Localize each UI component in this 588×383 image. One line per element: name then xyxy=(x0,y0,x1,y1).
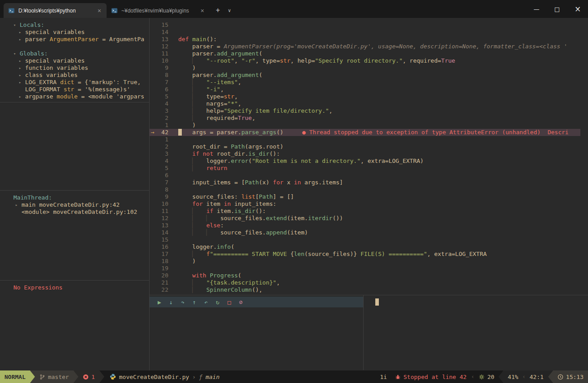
code-token xyxy=(178,93,192,100)
sign-column xyxy=(150,64,157,72)
code-line[interactable]: 15 xyxy=(150,236,580,243)
code-line[interactable]: 3 ▏ help="Specify item file/directory.", xyxy=(150,107,580,115)
code-line[interactable]: 10 ▏ "--root", "-r", type=str, help="Spe… xyxy=(150,57,580,64)
code-line[interactable]: 12 parser = ArgumentParser(prog='moveCre… xyxy=(150,43,580,50)
thin-separator: ‹ xyxy=(522,374,526,380)
expand-arrow-icon: ▸ xyxy=(15,201,21,209)
code-line[interactable]: 3 if not root_dir.is_dir(): xyxy=(150,150,580,157)
variable-row[interactable]: ▸special variables xyxy=(0,57,149,64)
sign-column xyxy=(150,86,157,93)
code-line[interactable]: 13 ▏ else: xyxy=(150,222,580,229)
code-line[interactable]: 6 xyxy=(150,172,580,179)
code-line[interactable]: 22 ▏ SpinnerColumn(), xyxy=(150,286,580,294)
sign-column xyxy=(150,186,157,193)
minimize-button[interactable]: — xyxy=(526,0,547,18)
code-line[interactable]: 8 parser.add_argument( xyxy=(150,72,580,79)
tab-dropdown-button[interactable]: ∨ xyxy=(228,8,231,13)
variable-row[interactable]: ▸argparse module = <module 'argpars xyxy=(0,93,149,100)
function-name: main xyxy=(206,374,219,380)
code-token: logger. xyxy=(178,243,217,250)
expand-arrow-icon: ▸ xyxy=(19,57,25,64)
close-button[interactable]: × xyxy=(567,0,588,18)
code-line[interactable]: 18 ) xyxy=(150,258,580,265)
code-line[interactable]: 7 input_items = [Path(x) for x in args.i… xyxy=(150,179,580,186)
code-line[interactable]: 6 ▏ "-i", xyxy=(150,86,580,93)
variable-row[interactable]: ▸class variables xyxy=(0,72,149,79)
code-line[interactable]: 12 ▏ ▏ source_files.extend(item.iterdir(… xyxy=(150,215,580,222)
code-line[interactable]: 11 parser.add_argument( xyxy=(150,50,580,57)
code-text: args = parser.parse_args() xyxy=(178,129,283,136)
code-editor[interactable]: 15 14 13def main(): 12 parser = Argument… xyxy=(150,18,588,295)
code-line[interactable]: 14 ▏ ▏ source_files.append(item) xyxy=(150,229,580,236)
new-tab-button[interactable]: + xyxy=(216,6,220,14)
code-line[interactable]: 21 ▏ "{task.description}", xyxy=(150,279,580,286)
code-line[interactable]: 8 xyxy=(150,186,580,193)
code-line[interactable]: 2 root_dir = Path(args.root) xyxy=(150,143,580,150)
variable-row[interactable]: ▸LOG_EXTRA dict = {'markup': True, xyxy=(0,79,149,86)
code-line[interactable]: 16 logger.info( xyxy=(150,243,580,251)
watch-row[interactable]: No Expressions xyxy=(0,284,149,291)
code-token: "Root item is not a directory." xyxy=(252,157,361,164)
code-line[interactable]: →42 args = parser.parse_args()● Thread s… xyxy=(150,129,580,136)
variable-row[interactable]: ▸special variables xyxy=(0,29,149,36)
variable-row[interactable]: ▸function variables xyxy=(0,64,149,72)
restart-icon[interactable]: ↻ xyxy=(214,299,221,306)
code-line[interactable]: 10 for item in input_items: xyxy=(150,200,580,208)
maximize-button[interactable]: □ xyxy=(547,0,567,18)
stack-frame-row[interactable]: ▸main moveCreateDateDir.py:42 xyxy=(0,201,149,209)
code-line[interactable]: 14 xyxy=(150,29,580,36)
tab-close-icon[interactable]: × xyxy=(200,7,205,14)
code-line[interactable]: 4 ▏ nargs="*", xyxy=(150,100,580,107)
code-line[interactable]: 19 xyxy=(150,265,580,272)
expand-arrow-icon: ▾ xyxy=(13,50,20,57)
code-line[interactable]: 5 ▏ return xyxy=(150,165,580,172)
function-icon: ƒ xyxy=(199,374,202,380)
variable-row[interactable]: ▸parser ArgumentParser = ArgumentPa xyxy=(0,36,149,43)
code-line[interactable]: 11 ▏ if item.is_dir(): xyxy=(150,208,580,215)
step-back-icon[interactable]: ↶ xyxy=(202,299,210,306)
code-line[interactable]: 5 ▏ type=str, xyxy=(150,93,580,100)
code-line[interactable]: 4 ▏ logger.error("Root item is not a dir… xyxy=(150,157,580,165)
dap-repl-panel[interactable] xyxy=(364,295,588,370)
code-token: ▏ xyxy=(192,115,196,121)
code-line[interactable]: 17 ▏ f"========== START MOVE {len(source… xyxy=(150,251,580,258)
variable-row[interactable]: ▾Globals: xyxy=(0,50,149,57)
code-line[interactable]: 7 ▏ "--items", xyxy=(150,79,580,86)
code-token: ) xyxy=(178,258,196,264)
tab-close-icon[interactable]: × xyxy=(97,7,102,14)
code-text: ) xyxy=(178,258,196,265)
terminate-icon[interactable]: □ xyxy=(226,299,233,306)
line-number: 7 xyxy=(157,79,168,86)
code-line[interactable]: 20 with Progress( xyxy=(150,272,580,279)
branch-icon xyxy=(39,374,45,380)
mode-indicator: NORMAL xyxy=(0,370,30,383)
code-line[interactable]: 9 source_files: list[Path] = [] xyxy=(150,193,580,200)
stack-frame-row[interactable]: MainThread: xyxy=(0,194,149,201)
code-text: ▏ ▏ source_files.append(item) xyxy=(178,229,308,236)
sign-column xyxy=(150,265,157,272)
step-into-icon[interactable]: ↓ xyxy=(167,299,175,306)
code-line[interactable]: 1 xyxy=(150,136,580,143)
code-line[interactable]: 1 ) xyxy=(150,122,580,129)
step-out-icon[interactable]: ↑ xyxy=(191,299,198,306)
disconnect-icon[interactable]: ⊘ xyxy=(237,299,245,306)
variable-row[interactable]: ▾Locals: xyxy=(0,21,149,29)
tab-python-scripts[interactable]: D:¥tools¥scripts¥python × xyxy=(4,3,107,18)
line-number: 18 xyxy=(157,258,168,265)
code-line[interactable]: 9 ) xyxy=(150,64,580,72)
code-token: parser. xyxy=(178,72,217,78)
sign-column xyxy=(150,21,157,29)
variable-row[interactable]: LOG_FORMAT str = '%(message)s' xyxy=(0,86,149,93)
code-line[interactable]: 2 ▏ required=True, xyxy=(150,115,580,122)
code-token: , extra=LOG_EXTRA) xyxy=(361,157,424,164)
step-over-icon[interactable]: ↷ xyxy=(179,299,186,306)
tab-dotfiles[interactable]: ~¥dotfiles¥nvim¥lua¥plugins × xyxy=(107,3,210,18)
stack-frame-row[interactable]: <module> moveCreateDateDir.py:102 xyxy=(0,209,149,216)
powerline-separator xyxy=(498,370,503,383)
code-token xyxy=(196,79,206,85)
code-line[interactable]: 13def main(): xyxy=(150,36,580,43)
code-line[interactable]: 15 xyxy=(150,21,580,29)
code-token: input_items: xyxy=(231,200,276,207)
play-icon[interactable]: ▶ xyxy=(156,299,163,306)
code-token: is_dir xyxy=(249,150,270,157)
